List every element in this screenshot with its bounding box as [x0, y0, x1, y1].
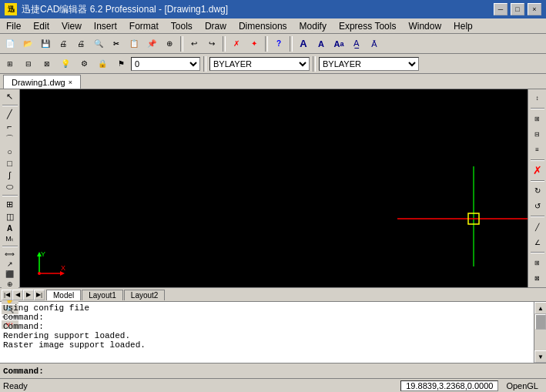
- menu-express-tools[interactable]: Express Tools: [333, 19, 402, 33]
- menu-format[interactable]: Format: [123, 19, 165, 33]
- rt-grid3-btn[interactable]: ⊠: [530, 271, 545, 286]
- open-button[interactable]: 📂: [19, 35, 36, 52]
- model-tab[interactable]: Model: [46, 290, 81, 300]
- menu-view[interactable]: View: [55, 19, 88, 33]
- tb-sep-3: [265, 36, 268, 52]
- menu-edit[interactable]: Edit: [27, 19, 55, 33]
- command-prompt: Command:: [3, 367, 44, 376]
- layer-select[interactable]: 0: [131, 57, 200, 71]
- menu-help[interactable]: Help: [447, 19, 479, 33]
- svg-text:Y: Y: [41, 250, 45, 258]
- snap3-button[interactable]: ⊠: [39, 55, 55, 72]
- print-preview-button[interactable]: 🔍: [90, 35, 107, 52]
- delete-button[interactable]: ✗: [228, 35, 245, 52]
- light-bulb-button[interactable]: 💡: [57, 55, 74, 72]
- linetype-select[interactable]: BYLAYER: [319, 57, 419, 71]
- flag-button[interactable]: ⚑: [112, 55, 129, 72]
- command-area: Using config file Command: Command: Rend…: [0, 301, 546, 363]
- cmd-line-3: Command:: [3, 322, 531, 331]
- hatch-tool[interactable]: ⊞: [2, 199, 18, 210]
- menu-dimensions[interactable]: Dimensions: [233, 19, 293, 33]
- menu-insert[interactable]: Insert: [88, 19, 123, 33]
- rt-rotate-ccw-btn[interactable]: ↺: [530, 199, 545, 213]
- rt-grid2-btn[interactable]: ⊞: [530, 256, 545, 270]
- menu-tools[interactable]: Tools: [165, 19, 199, 33]
- close-button[interactable]: ×: [528, 3, 541, 15]
- dimension-tool[interactable]: ⟺: [2, 250, 18, 259]
- rt-rotate-cw-btn[interactable]: ↻: [530, 184, 545, 199]
- match-button[interactable]: ⊕: [161, 35, 178, 52]
- snap-button[interactable]: ⊞: [2, 55, 18, 72]
- bottom-tab-bar: |◀ ◀ ▶ ▶| Model Layout1 Layout2: [0, 287, 546, 301]
- menu-window[interactable]: Window: [402, 19, 447, 33]
- rt-delete-btn[interactable]: ✗: [530, 163, 545, 178]
- lt-sep-1: [2, 105, 18, 106]
- rt-angle-btn[interactable]: ∠: [530, 235, 545, 250]
- polyline-tool[interactable]: ⌐: [2, 121, 18, 132]
- layout2-tab[interactable]: Layout2: [124, 290, 166, 300]
- rect-tool[interactable]: □: [2, 158, 18, 169]
- maximize-button[interactable]: □: [511, 3, 524, 15]
- tb-sep-1: [180, 36, 183, 52]
- print-setup-button[interactable]: 🖨: [55, 35, 72, 52]
- rt-layer-btn[interactable]: ≡: [530, 142, 545, 157]
- menu-draw[interactable]: Draw: [199, 19, 233, 33]
- drawing-tab[interactable]: Drawing1.dwg ×: [3, 75, 81, 89]
- circle-tool[interactable]: ○: [2, 146, 18, 157]
- drawing-canvas[interactable]: [20, 89, 528, 287]
- text-A2[interactable]: A: [313, 35, 330, 52]
- help-button[interactable]: ?: [270, 35, 287, 52]
- copy-button[interactable]: 📋: [126, 35, 142, 52]
- color-select[interactable]: BYLAYER: [209, 57, 310, 71]
- spline-tool[interactable]: ∫: [2, 169, 18, 180]
- right-toolbar: ↕ ⊞ ⊟ ≡ ✗ ↻ ↺ ╱ ∠ ⊞ ⊠: [528, 89, 546, 287]
- nav-prev-btn[interactable]: ◀: [12, 290, 23, 300]
- command-scrollbar[interactable]: ▲ ▼: [534, 302, 546, 363]
- tab-close-button[interactable]: ×: [69, 79, 72, 86]
- text-A1[interactable]: A: [295, 35, 312, 52]
- canvas-area[interactable]: Y X: [20, 89, 528, 287]
- region-tool[interactable]: ◫: [2, 211, 18, 223]
- lock-button[interactable]: 🔒: [94, 55, 111, 72]
- scroll-thumb[interactable]: [535, 314, 546, 330]
- toolbar-row-1: 📄 📂 💾 🖨 🖨 🔍 ✂ 📋 📌 ⊕ ↩ ↪ ✗ ✦ ? A A Aa A̲ …: [0, 34, 546, 54]
- svg-text:X: X: [61, 264, 65, 272]
- nav-first-btn[interactable]: |◀: [2, 290, 12, 300]
- menu-file[interactable]: File: [0, 19, 27, 33]
- undo-button[interactable]: ↩: [186, 35, 203, 52]
- scroll-down-btn[interactable]: ▼: [534, 350, 546, 363]
- scroll-up-btn[interactable]: ▲: [534, 302, 546, 314]
- menu-modify[interactable]: Modify: [293, 19, 333, 33]
- text-A5[interactable]: Ā: [366, 35, 383, 52]
- pick-tool[interactable]: ↖: [2, 91, 18, 102]
- rt-scroll-icon: ↕: [530, 91, 545, 106]
- layout1-tab[interactable]: Layout1: [82, 290, 123, 300]
- nav-next-btn[interactable]: ▶: [23, 290, 34, 300]
- text-A3[interactable]: Aa: [330, 35, 347, 52]
- cut-button[interactable]: ✂: [108, 35, 125, 52]
- save-button[interactable]: 💾: [37, 35, 54, 52]
- arc-tool[interactable]: ⌒: [2, 132, 18, 146]
- rt-obj-btn[interactable]: ⊟: [530, 127, 545, 142]
- line-tool[interactable]: ╱: [2, 109, 18, 120]
- new-button[interactable]: 📄: [2, 35, 18, 52]
- nav-last-btn[interactable]: ▶|: [34, 290, 45, 300]
- print-button[interactable]: 🖨: [72, 35, 89, 52]
- rt-measure-btn[interactable]: ╱: [530, 219, 545, 234]
- text-A4[interactable]: A̲: [348, 35, 365, 52]
- minimize-button[interactable]: ─: [494, 3, 507, 15]
- paste-button[interactable]: 📌: [143, 35, 160, 52]
- tb-sep-4: [290, 36, 293, 52]
- text-tool[interactable]: A: [2, 223, 18, 233]
- app-icon: 迅: [5, 3, 17, 15]
- gear-button[interactable]: ⚙: [75, 55, 92, 72]
- explode-button[interactable]: ✦: [246, 35, 263, 52]
- ellipse-tool[interactable]: ⬭: [2, 181, 18, 193]
- rt-grid-btn[interactable]: ⊞: [530, 112, 545, 126]
- block-tool[interactable]: ⬛: [2, 270, 18, 279]
- mtext-tool[interactable]: Mₜ: [2, 234, 18, 243]
- snap2-button[interactable]: ⊟: [20, 55, 37, 72]
- redo-button[interactable]: ↪: [203, 35, 220, 52]
- insert-tool[interactable]: ⊕: [2, 280, 18, 289]
- leader-tool[interactable]: ↗: [2, 260, 18, 269]
